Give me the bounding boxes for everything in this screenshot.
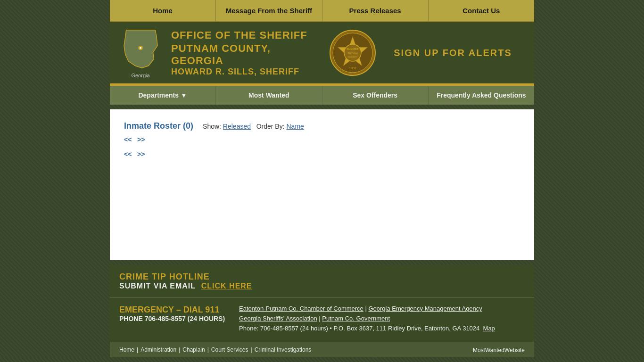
emergency-title: Emergency – Dial 911 (119, 305, 225, 315)
main-content: Inmate Roster (0) Show: Released Order B… (110, 109, 534, 260)
svg-text:SHERIFF: SHERIFF (347, 48, 359, 50)
inmate-roster-header: Inmate Roster (0) Show: Released Order B… (124, 121, 520, 131)
nav-faq[interactable]: Frequently Asked Questions (429, 86, 534, 105)
footer-link-sheriffs[interactable]: Georgia Sheriffs' Association (239, 315, 317, 322)
office-title-line3: Howard R. Sills, Sheriff (171, 67, 320, 77)
nav-departments[interactable]: Departments ▼ (110, 86, 216, 105)
nav-contact-us[interactable]: Contact Us (429, 0, 534, 21)
footer-link-gema[interactable]: Georgia Emergency Management Agency (368, 305, 482, 312)
office-title-line1: Office of the Sheriff (171, 29, 320, 42)
top-navigation: Home Message From the Sheriff Press Rele… (110, 0, 534, 22)
footer-map-link[interactable]: Map (483, 325, 495, 332)
georgia-map: Georgia (117, 28, 164, 78)
footer-links-row1: Eatonton-Putnam Co. Chamber of Commerce … (239, 305, 525, 312)
secondary-navigation: Departments ▼ Most Wanted Sex Offenders … (110, 86, 534, 105)
show-released-link[interactable]: Released (223, 123, 251, 130)
submit-email-row: Submit Via Email Click Here (119, 282, 525, 290)
prev-page-bottom[interactable]: << (124, 150, 132, 158)
footer-address-row: Phone: 706-485-8557 (24 hours) • P.O. Bo… (239, 325, 525, 332)
order-by-name-link[interactable]: Name (286, 123, 304, 130)
header-title-block: Office of the Sheriff Putnam County, Geo… (164, 29, 327, 77)
order-by-label: Order By: (256, 123, 285, 130)
submit-email-label: Submit Via Email (119, 282, 196, 290)
footer-crime-tip: Crime Tip Hotline Submit Via Email Click… (110, 265, 534, 297)
inmate-pagination-bottom: << >> (124, 150, 520, 158)
footer-link-administration[interactable]: Administration (140, 346, 176, 353)
emergency-phone: Phone 706-485-8557 (24 Hours) (119, 315, 225, 322)
inmate-pagination-top: << >> (124, 136, 520, 143)
footer-link-criminal-investigations[interactable]: Criminal Investigations (255, 346, 312, 353)
nav-press-releases[interactable]: Press Releases (322, 0, 429, 21)
prev-page-top[interactable]: << (124, 136, 132, 143)
svg-text:COUNTY: COUNTY (347, 56, 358, 58)
sheriff-badge: SHERIFF PUTNAM COUNTY 1807 (327, 29, 379, 76)
footer-bottom-links: Home | Administration | Chaplain | Court… (110, 342, 534, 357)
most-wanted-website-link[interactable]: MostWantedWebsite (473, 347, 525, 354)
footer-link-chaplain[interactable]: Chaplain (182, 346, 205, 353)
footer-most-wanted-website: MostWantedWebsite (473, 346, 525, 354)
footer-address: Phone: 706-485-8557 (24 hours) • P.O. Bo… (239, 325, 479, 332)
sign-up-alerts[interactable]: Sign Up For Alerts (379, 48, 527, 58)
nav-home[interactable]: Home (110, 0, 216, 21)
nav-message-sheriff[interactable]: Message From the Sheriff (216, 0, 322, 21)
click-here-link[interactable]: Click Here (201, 282, 252, 290)
next-page-top[interactable]: >> (137, 136, 145, 143)
show-label: Show: (203, 123, 221, 130)
nav-sex-offenders[interactable]: Sex Offenders (322, 86, 429, 105)
footer-link-putnam-gov[interactable]: Putnam Co. Government (322, 315, 390, 322)
georgia-map-svg (121, 28, 161, 70)
footer-links-row2: Georgia Sheriffs' Association | Putnam C… (239, 315, 525, 322)
footer-links-section: Eatonton-Putnam Co. Chamber of Commerce … (239, 305, 525, 335)
svg-text:PUTNAM: PUTNAM (347, 52, 357, 55)
footer-page-links: Home | Administration | Chaplain | Court… (119, 346, 311, 354)
inmate-roster-title: Inmate Roster (0) (124, 121, 193, 131)
site-header: Georgia Office of the Sheriff Putnam Cou… (110, 22, 534, 83)
office-title-line2: Putnam County, Georgia (171, 42, 320, 67)
svg-text:1807: 1807 (349, 66, 356, 70)
next-page-bottom[interactable]: >> (137, 150, 145, 158)
footer-bottom: Emergency – Dial 911 Phone 706-485-8557 … (110, 297, 534, 342)
footer-link-chamber[interactable]: Eatonton-Putnam Co. Chamber of Commerce (239, 305, 363, 312)
map-label: Georgia (117, 73, 164, 78)
emergency-section: Emergency – Dial 911 Phone 706-485-8557 … (119, 305, 225, 335)
inmate-show-controls: Show: Released Order By: Name (203, 123, 304, 130)
nav-most-wanted[interactable]: Most Wanted (216, 86, 322, 105)
badge-svg: SHERIFF PUTNAM COUNTY 1807 (329, 29, 376, 76)
crime-tip-label: Crime Tip Hotline (119, 272, 525, 282)
footer-link-court-services[interactable]: Court Services (211, 346, 248, 353)
svg-point-2 (140, 47, 141, 49)
footer-link-home[interactable]: Home (119, 346, 134, 353)
